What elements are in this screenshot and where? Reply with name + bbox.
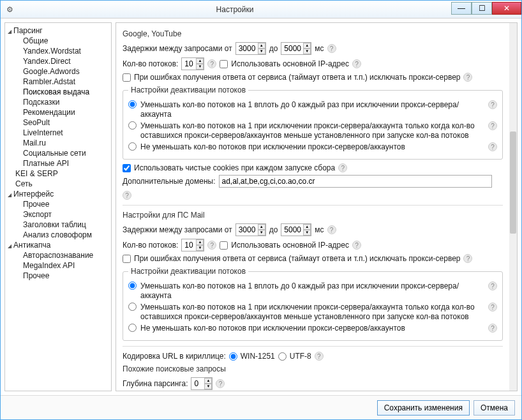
tree-item[interactable]: Mail.ru — [6, 138, 110, 148]
gy-deact-r3[interactable] — [128, 142, 137, 151]
help-icon[interactable]: ? — [488, 121, 497, 130]
tree-kei[interactable]: KEI & SERP — [6, 169, 110, 179]
help-icon[interactable]: ? — [352, 241, 361, 250]
tree-item[interactable]: Общие — [6, 36, 110, 46]
mail-use-main-ip[interactable] — [220, 241, 228, 250]
deact-r1-label: Уменьшать кол-во потоков на 1 вплоть до … — [140, 100, 484, 119]
close-button[interactable]: ✕ — [492, 2, 521, 15]
mail-deact-r3[interactable] — [128, 324, 137, 332]
to-label: до — [269, 225, 278, 234]
similar-title: Похожие поисковые запросы — [123, 364, 503, 373]
tree-item[interactable]: Заголовки таблиц — [6, 220, 110, 230]
deact-r1-label: Уменьшать кол-во потоков на 1 вплоть до … — [140, 281, 484, 301]
maximize-button[interactable]: ☐ — [472, 2, 492, 15]
tree-net[interactable]: Сеть — [6, 179, 110, 189]
deact-r2-label: Уменьшать кол-во потоков на 1 при исключ… — [140, 121, 484, 140]
spinner-icon[interactable]: ▲▼ — [196, 239, 204, 251]
spinner-icon[interactable]: ▲▼ — [204, 378, 212, 389]
tree-anticaptcha[interactable]: Антикапча — [6, 240, 110, 250]
help-icon[interactable]: ? — [123, 191, 131, 200]
tree-item[interactable]: Платные API — [6, 158, 110, 169]
threads-label: Кол-во потоков: — [123, 59, 178, 68]
help-icon[interactable]: ? — [352, 59, 361, 68]
tree-item[interactable]: Прочее — [6, 271, 110, 281]
help-icon[interactable]: ? — [207, 241, 216, 250]
help-icon[interactable]: ? — [488, 281, 497, 290]
gy-exclude-proxy[interactable] — [123, 73, 131, 82]
help-icon[interactable]: ? — [463, 254, 472, 263]
section-google-youtube: Google, YouTube — [123, 29, 503, 38]
help-icon[interactable]: ? — [315, 352, 324, 361]
spinner-icon[interactable]: ▲▼ — [258, 43, 265, 54]
spinner-icon[interactable]: ▲▼ — [303, 43, 311, 54]
sidebar-tree[interactable]: Парсинг Общие Yandex.Wordstat Yandex.Dir… — [4, 22, 112, 391]
gy-deact-r1[interactable] — [128, 100, 137, 109]
tree-interface[interactable]: Интерфейс — [6, 189, 110, 199]
scrollbar[interactable] — [509, 23, 517, 391]
enc-win1251[interactable] — [229, 352, 237, 361]
gy-use-main-ip[interactable] — [220, 60, 228, 68]
help-icon[interactable]: ? — [327, 44, 336, 53]
footer: Сохранить изменения Отмена — [1, 395, 521, 419]
mail-deact-r2[interactable] — [128, 303, 137, 311]
to-label: до — [269, 44, 278, 53]
tree-item[interactable]: Yandex.Wordstat — [6, 46, 110, 56]
tree-item[interactable]: Yandex.Direct — [6, 56, 110, 66]
deact-r2-label: Уменьшать кол-во потоков на 1 при исключ… — [140, 303, 484, 322]
mail-exclude-proxy[interactable] — [123, 255, 131, 263]
tree-item[interactable]: Рекомендации — [6, 107, 110, 117]
enc-win1251-label: WIN-1251 — [241, 352, 275, 361]
scrollbar-thumb[interactable] — [510, 131, 516, 234]
tree-item-selected[interactable]: Поисковая выдача — [6, 87, 110, 97]
cancel-button[interactable]: Отмена — [474, 400, 515, 416]
delay-label: Задержки между запросами от — [123, 44, 232, 53]
help-icon[interactable]: ? — [463, 73, 472, 82]
tree-item[interactable]: MegaIndex API — [6, 260, 110, 271]
minimize-button[interactable]: — — [451, 2, 472, 15]
help-icon[interactable]: ? — [327, 225, 336, 234]
help-icon[interactable]: ? — [216, 379, 225, 388]
spinner-icon[interactable]: ▲▼ — [303, 224, 311, 236]
depth-label: Глубина парсинга: — [123, 379, 188, 388]
spinner-icon[interactable]: ▲▼ — [258, 224, 265, 236]
tree-parsing[interactable]: Парсинг — [6, 26, 110, 36]
enc-utf8[interactable] — [278, 352, 287, 361]
clean-cookies-label: Использовать чистые cookies при каждом з… — [134, 163, 335, 172]
tree-item[interactable]: Социальные сети — [6, 148, 110, 158]
tree-item[interactable]: Rambler.Adstat — [6, 77, 110, 87]
help-icon[interactable]: ? — [207, 59, 216, 68]
save-button[interactable]: Сохранить изменения — [377, 400, 470, 416]
ms-label: мс — [315, 44, 324, 53]
tree-item[interactable]: SeoPult — [6, 117, 110, 128]
gy-clean-cookies[interactable] — [123, 164, 131, 172]
mail-deact-r1[interactable] — [128, 281, 137, 290]
help-icon[interactable]: ? — [488, 100, 497, 109]
main-panel: Google, YouTube Задержки между запросами… — [116, 22, 518, 391]
help-icon[interactable]: ? — [488, 142, 497, 151]
gy-extra-domains[interactable] — [219, 175, 492, 188]
gear-icon[interactable]: ⚙ — [1, 5, 19, 14]
tree-item[interactable]: Google.Adwords — [6, 66, 110, 77]
tree-item[interactable]: Подсказки — [6, 97, 110, 107]
help-icon[interactable]: ? — [488, 303, 497, 311]
tree-item[interactable]: Автораспознавание — [6, 250, 110, 260]
encoding-label: Кодировка URL в кириллице: — [123, 352, 226, 361]
use-main-ip-label: Использовать основной IP-адрес — [231, 241, 349, 250]
delay-label: Задержки между запросами от — [123, 225, 232, 234]
mail-deactivation-fieldset: Настройки деактивации потоков Уменьшать … — [123, 267, 503, 341]
gy-deact-r2[interactable] — [128, 121, 137, 130]
deact-r3-label: Не уменьшать кол-во потоков при исключен… — [140, 324, 484, 333]
deact-r3-label: Не уменьшать кол-во потоков при исключен… — [140, 142, 484, 152]
tree-item[interactable]: Экспорт — [6, 209, 110, 220]
tree-item[interactable]: LiveInternet — [6, 128, 110, 138]
exclude-proxy-label: При ошибках получения ответа от сервиса … — [134, 254, 460, 263]
spinner-icon[interactable]: ▲▼ — [196, 58, 204, 70]
threads-label: Кол-во потоков: — [123, 241, 178, 250]
tree-item[interactable]: Анализ словоформ — [6, 230, 110, 240]
help-icon[interactable]: ? — [338, 163, 347, 172]
tree-item[interactable]: Прочее — [6, 199, 110, 209]
window-title: Настройки — [19, 5, 451, 14]
deact-legend: Настройки деактивации потоков — [128, 86, 248, 94]
titlebar: ⚙ Настройки — ☐ ✕ — [1, 1, 521, 19]
help-icon[interactable]: ? — [488, 324, 497, 333]
